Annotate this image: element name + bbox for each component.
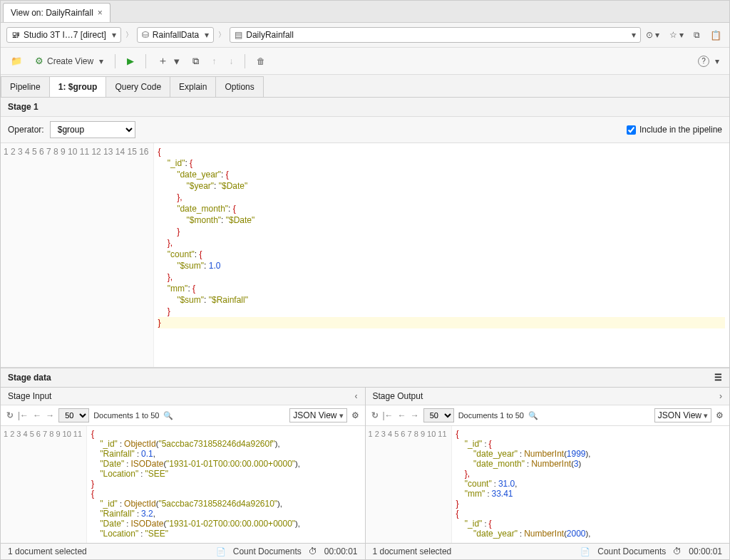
move-up-button[interactable] <box>207 54 220 68</box>
chevron-down-icon <box>97 56 103 66</box>
layout-toggle-icon[interactable]: ☰ <box>714 373 722 383</box>
stage-header: Stage 1 <box>1 98 729 117</box>
refresh-icon[interactable] <box>371 410 379 420</box>
close-icon[interactable]: × <box>98 8 103 18</box>
code-content[interactable]: { "_id" : ObjectId("5accbac731858246d4a9… <box>87 426 364 543</box>
separator <box>115 54 115 68</box>
star-icon[interactable] <box>667 28 686 43</box>
chevron-right-icon: 〉 <box>217 30 227 40</box>
document-icon <box>216 546 226 556</box>
chevron-down-icon <box>202 30 209 40</box>
more-icon[interactable] <box>644 28 662 43</box>
run-button[interactable]: ▶ <box>123 53 138 68</box>
window-tab-active[interactable]: View on: DailyRainfall × <box>3 3 110 22</box>
view-mode-select[interactable]: JSON View <box>654 408 711 422</box>
stage-input-toolbar: |← ← → 50 Documents 1 to 50 JSON View ⚙ <box>1 405 365 426</box>
sub-tab[interactable]: Options <box>215 76 263 97</box>
stage-code-editor[interactable]: 1 2 3 4 5 6 7 8 9 10 11 12 13 14 15 16 {… <box>1 143 729 368</box>
line-gutter: 1 2 3 4 5 6 7 8 9 10 11 <box>1 426 87 543</box>
open-button[interactable] <box>6 53 26 68</box>
database-icon <box>142 30 149 40</box>
clock-icon <box>673 546 682 556</box>
stage-data-header: Stage data ☰ <box>1 368 729 388</box>
elapsed-time: 00:00:01 <box>324 546 358 556</box>
view-mode-select[interactable]: JSON View <box>289 408 346 422</box>
line-gutter: 1 2 3 4 5 6 7 8 9 10 11 12 13 14 15 16 <box>1 143 154 367</box>
separator <box>145 54 146 68</box>
server-icon: 🖳 <box>11 30 20 40</box>
create-view-label: Create View <box>47 56 93 66</box>
line-gutter: 1 2 3 4 5 6 7 8 9 10 11 <box>366 426 452 543</box>
stage-input-panel: Stage Input ‹ |← ← → 50 Documents 1 to 5… <box>1 388 366 559</box>
docs-range-label: Documents 1 to 50 <box>458 411 524 420</box>
selected-count: 1 document selected <box>373 546 452 556</box>
copy-icon[interactable] <box>692 28 702 43</box>
stage-data-panels: Stage Input ‹ |← ← → 50 Documents 1 to 5… <box>1 388 729 559</box>
breadcrumb-database-label: RainfallData <box>153 30 199 40</box>
delete-button[interactable] <box>252 54 269 68</box>
page-size-select[interactable]: 50 <box>58 408 89 422</box>
breadcrumb-collection[interactable]: DailyRainfall <box>230 27 641 43</box>
page-size-select[interactable]: 50 <box>423 408 454 422</box>
search-icon[interactable] <box>528 410 538 420</box>
operator-label: Operator: <box>8 125 44 135</box>
first-page-icon[interactable]: |← <box>18 410 29 420</box>
stage-input-title-label: Stage Input <box>8 391 51 401</box>
code-content[interactable]: { "_id": { "date_year": { "$year": "$Dat… <box>154 143 729 367</box>
prev-page-icon[interactable]: ← <box>33 410 41 420</box>
count-docs-button[interactable]: Count Documents <box>597 546 666 556</box>
move-down-button[interactable] <box>225 54 237 68</box>
stage-output-editor[interactable]: 1 2 3 4 5 6 7 8 9 10 11 { "_id" : { "dat… <box>366 426 730 543</box>
sub-tab[interactable]: Explain <box>170 76 216 97</box>
next-page-icon[interactable]: → <box>46 410 54 420</box>
breadcrumb-database[interactable]: RainfallData <box>137 27 214 43</box>
breadcrumb-collection-label: DailyRainfall <box>246 30 294 40</box>
next-page-icon[interactable]: → <box>411 410 419 420</box>
search-icon[interactable] <box>163 410 173 420</box>
sub-tab[interactable]: Query Code <box>106 76 170 97</box>
chevron-down-icon <box>110 30 116 40</box>
add-stage-button[interactable]: ＋ <box>153 52 184 70</box>
include-checkbox[interactable]: Include in the pipeline <box>627 125 722 135</box>
gear-icon[interactable]: ⚙ <box>351 410 359 420</box>
sub-tabs: Pipeline1: $groupQuery CodeExplainOption… <box>1 75 729 98</box>
operator-select[interactable]: $group <box>50 121 135 138</box>
selected-count: 1 document selected <box>8 546 87 556</box>
include-checkbox-input[interactable] <box>627 125 636 135</box>
create-view-button[interactable]: Create View <box>31 53 108 68</box>
docs-range-label: Documents 1 to 50 <box>93 411 159 420</box>
collapse-icon[interactable]: ‹ <box>355 391 358 401</box>
collapse-icon[interactable]: › <box>719 391 722 401</box>
window-tabs: View on: DailyRainfall × <box>1 1 729 23</box>
panels-row: Stage Input ‹ |← ← → 50 Documents 1 to 5… <box>1 388 729 559</box>
refresh-icon[interactable] <box>6 410 14 420</box>
count-docs-button[interactable]: Count Documents <box>233 546 302 556</box>
duplicate-button[interactable] <box>188 53 203 69</box>
breadcrumb-connection-label: Studio 3T I…7 [direct] <box>24 30 106 40</box>
include-label: Include in the pipeline <box>639 125 722 135</box>
stage-input-editor[interactable]: 1 2 3 4 5 6 7 8 9 10 11 { "_id" : Object… <box>1 426 365 543</box>
paste-icon[interactable] <box>708 28 724 43</box>
code-content[interactable]: { "_id" : { "date_year" : NumberInt(1999… <box>452 426 729 543</box>
breadcrumb-connection[interactable]: 🖳 Studio 3T I…7 [direct] <box>6 27 121 43</box>
stage-output-status: 1 document selected Count Documents 00:0… <box>366 543 730 559</box>
elapsed-time: 00:00:01 <box>689 546 722 556</box>
first-page-icon[interactable]: |← <box>383 410 394 420</box>
operator-row: Operator: $group Include in the pipeline <box>1 117 729 143</box>
chevron-right-icon: 〉 <box>124 30 134 40</box>
stage-input-title: Stage Input ‹ <box>1 388 365 405</box>
sub-tab[interactable]: 1: $group <box>49 76 107 97</box>
window-tab-label: View on: DailyRainfall <box>11 8 93 18</box>
prev-page-icon[interactable]: ← <box>398 410 406 420</box>
chevron-down-icon <box>629 30 636 40</box>
stage-output-panel: Stage Output › |← ← → 50 Documents 1 to … <box>366 388 730 559</box>
help-button[interactable] <box>694 53 724 69</box>
toolbar: Create View ▶ ＋ <box>1 48 729 75</box>
sub-tab[interactable]: Pipeline <box>1 76 50 97</box>
document-icon <box>580 546 590 556</box>
breadcrumb-actions <box>644 28 724 43</box>
stage-data-label: Stage data <box>8 373 51 383</box>
collection-icon <box>235 30 242 40</box>
stage-output-title: Stage Output › <box>366 388 730 405</box>
gear-icon[interactable]: ⚙ <box>716 410 724 420</box>
